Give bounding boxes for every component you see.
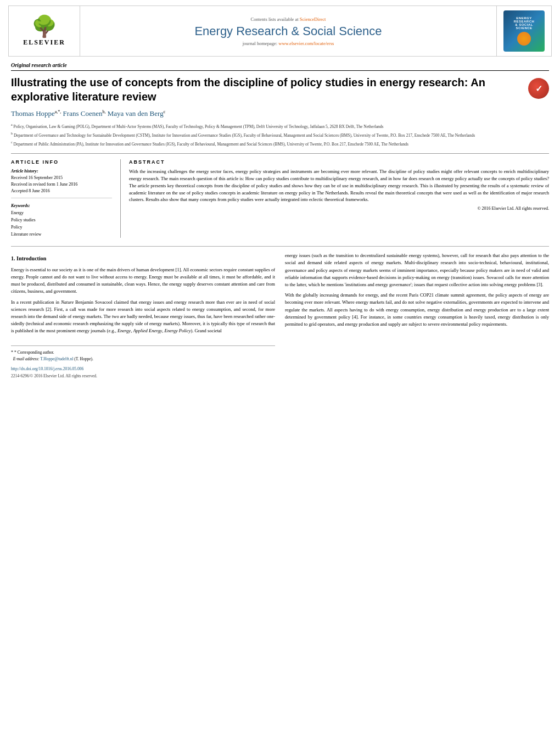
- affiliation-b-sup: b: [11, 132, 13, 135]
- article-history: Article history: Received 16 September 2…: [11, 168, 112, 198]
- affiliations-section: a Policy, Organisation, Law & Gaming (PO…: [11, 122, 549, 154]
- main-content: 1. Introduction Energy is essential to o…: [11, 252, 549, 379]
- author-b-sup: b,: [102, 109, 105, 114]
- article-info-col: ARTICLE INFO Article history: Received 1…: [11, 159, 121, 238]
- journal-title-section: Contents lists available at ScienceDirec…: [80, 6, 496, 56]
- journal-header: 🌳 ELSEVIER Contents lists available at S…: [8, 5, 552, 57]
- section-divider: [11, 246, 549, 247]
- sciencedirect-line: Contents lists available at ScienceDirec…: [251, 16, 326, 22]
- crossmark-circle: ✓: [528, 78, 549, 99]
- elsevier-logo-section: 🌳 ELSEVIER: [9, 6, 80, 56]
- affiliation-a: a Policy, Organisation, Law & Gaming (PO…: [11, 122, 549, 130]
- article-type: Original research article: [11, 62, 549, 71]
- keyword-literature-review: Literature review: [11, 231, 112, 238]
- history-label: Article history:: [11, 168, 112, 175]
- footnote-email-line: E-mail address: T.Hoppe@tudelft.nl (T. H…: [11, 356, 275, 362]
- keyword-energy: Energy: [11, 210, 112, 217]
- abstract-col: ABSTRACT With the increasing challenges …: [129, 159, 549, 238]
- homepage-url[interactable]: www.elsevier.com/locate/erss: [278, 41, 334, 46]
- keyword-policy: Policy: [11, 224, 112, 231]
- elsevier-tree-icon: 🌳: [23, 16, 65, 37]
- intro-p1: Energy is essential to our society as it…: [11, 266, 275, 295]
- copyright-line: © 2016 Elsevier Ltd. All rights reserved…: [129, 206, 549, 211]
- abstract-header: ABSTRACT: [129, 159, 549, 165]
- contents-label: Contents lists available at: [251, 16, 299, 22]
- author-coenen[interactable]: Frans Coenen: [63, 109, 103, 118]
- intro-col2-p2: With the globally increasing demands for…: [285, 292, 549, 328]
- journal-badge-circle: [517, 32, 531, 46]
- journal-badge-section: ENERGYRESEARCH& SOCIALSCIENCE: [496, 6, 551, 56]
- journal-title: Energy Research & Social Science: [194, 24, 382, 38]
- intro-p2: In a recent publication in Nature Benjam…: [11, 299, 275, 335]
- crossmark-badge: ✓: [528, 78, 549, 99]
- main-col-right: energy issues (such as the transition to…: [285, 252, 549, 379]
- author-vandenberg[interactable]: Maya van den Berg: [108, 109, 164, 118]
- footnote-star-line: * * Corresponding author.: [11, 349, 275, 356]
- journal-badge-text: ENERGYRESEARCH& SOCIALSCIENCE: [513, 15, 536, 31]
- crossmark-icon: ✓: [535, 83, 542, 94]
- footnote-area: * * Corresponding author. E-mail address…: [11, 345, 275, 379]
- email-label: E-mail address:: [13, 356, 40, 361]
- authors-line: Thomas Hoppea,*, Frans Coenenb, Maya van…: [11, 109, 549, 118]
- intro-col2-p1: energy issues (such as the transition to…: [285, 252, 549, 288]
- email-link[interactable]: T.Hoppe@tudelft.nl: [40, 356, 73, 361]
- affiliation-b: b Department of Governance and Technolog…: [11, 131, 549, 138]
- journal-homepage-line: journal homepage: www.elsevier.com/locat…: [243, 41, 334, 46]
- doi-link[interactable]: http://dx.doi.org/10.1016/j.erss.2016.05…: [11, 366, 83, 371]
- received-date: Received 16 September 2015: [11, 175, 112, 181]
- affiliation-c-sup: c: [11, 141, 13, 144]
- article-info-header: ARTICLE INFO: [11, 159, 112, 165]
- keyword-policy-studies: Policy studies: [11, 217, 112, 224]
- homepage-label: journal homepage:: [243, 41, 278, 46]
- article-title-row: Illustrating the use of concepts from th…: [11, 75, 549, 104]
- doi-line: http://dx.doi.org/10.1016/j.erss.2016.05…: [11, 366, 275, 372]
- elsevier-name: ELSEVIER: [23, 38, 65, 47]
- affiliation-a-sup: a: [11, 123, 13, 126]
- email-suffix: (T. Hoppe).: [74, 356, 93, 361]
- intro-title: 1. Introduction: [11, 254, 275, 263]
- revised-date: Received in revised form 1 June 2016: [11, 181, 112, 188]
- keywords-label: Keywords:: [11, 203, 112, 210]
- abstract-text: With the increasing challenges the energ…: [129, 168, 549, 203]
- keywords-section: Keywords: Energy Policy studies Policy L…: [11, 203, 112, 238]
- journal-badge: ENERGYRESEARCH& SOCIALSCIENCE: [503, 10, 545, 52]
- author-hoppe[interactable]: Thomas Hoppe: [11, 109, 55, 118]
- issn-line: 2214-6296/© 2016 Elsevier Ltd. All right…: [11, 373, 275, 379]
- author-a-sup: a,*,: [55, 109, 61, 114]
- corresponding-label: * Corresponding author.: [14, 350, 54, 355]
- info-abstract-section: ARTICLE INFO Article history: Received 1…: [11, 159, 549, 238]
- sciencedirect-link[interactable]: ScienceDirect: [300, 16, 326, 22]
- article-body: Original research article Illustrating t…: [0, 57, 560, 384]
- author-c-sup: c: [164, 109, 166, 114]
- affiliation-c: c Department of Public Administration (P…: [11, 140, 549, 147]
- article-title: Illustrating the use of concepts from th…: [11, 75, 523, 104]
- accepted-date: Accepted 8 June 2016: [11, 188, 112, 194]
- main-col-left: 1. Introduction Energy is essential to o…: [11, 252, 275, 379]
